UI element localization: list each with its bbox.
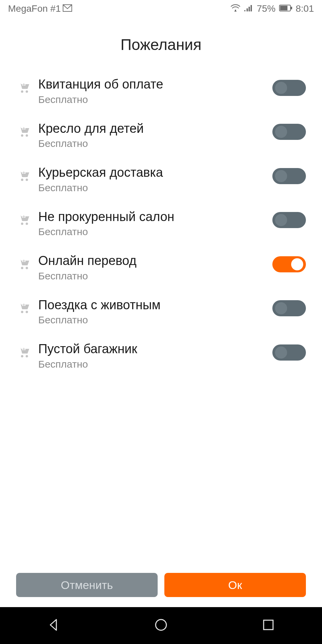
status-left: MegaFon #1 xyxy=(8,3,72,14)
list-item-subtitle: Бесплатно xyxy=(38,182,272,194)
page-title: Пожелания xyxy=(0,17,322,70)
svg-point-10 xyxy=(21,90,23,93)
nav-recent-icon[interactable] xyxy=(261,618,276,634)
list-item-title: Онлайн перевод xyxy=(38,253,272,269)
preferences-list: Квитанция об оплатеБесплатноКресло для д… xyxy=(0,70,322,573)
svg-rect-31 xyxy=(264,620,273,630)
list-item-subtitle: Бесплатно xyxy=(38,94,272,105)
list-item-subtitle: Бесплатно xyxy=(38,270,272,282)
toggle-switch[interactable] xyxy=(272,300,306,316)
cart-plus-icon xyxy=(17,257,31,271)
nav-home-icon[interactable] xyxy=(154,618,168,634)
svg-point-2 xyxy=(244,10,246,11)
list-item: Пустой багажникБесплатно xyxy=(17,335,306,379)
list-item-text: Поездка с животнымБесплатно xyxy=(38,297,272,326)
list-item-subtitle: Бесплатно xyxy=(38,314,272,326)
svg-point-13 xyxy=(21,135,23,137)
list-item-subtitle: Бесплатно xyxy=(38,359,272,370)
svg-rect-5 xyxy=(251,5,252,11)
list-item-subtitle: Бесплатно xyxy=(38,226,272,237)
svg-point-19 xyxy=(21,223,23,225)
cart-plus-icon xyxy=(17,345,31,359)
wifi-icon xyxy=(230,3,240,14)
list-item-text: Пустой багажникБесплатно xyxy=(38,341,272,370)
svg-point-25 xyxy=(21,311,23,313)
battery-percent: 75% xyxy=(257,3,275,14)
cart-plus-icon xyxy=(17,213,31,226)
cart-plus-icon xyxy=(17,301,31,315)
clock-label: 8:01 xyxy=(296,3,314,14)
svg-point-1 xyxy=(235,10,236,11)
list-item-title: Пустой багажник xyxy=(38,341,272,357)
list-item-subtitle: Бесплатно xyxy=(38,138,272,149)
list-item: Курьерская доставкаБесплатно xyxy=(17,159,306,203)
android-nav-bar xyxy=(0,607,322,644)
list-item-text: Не прокуренный салонБесплатно xyxy=(38,209,272,238)
toggle-switch[interactable] xyxy=(272,344,306,361)
list-item: Поездка с животнымБесплатно xyxy=(17,291,306,335)
battery-icon xyxy=(279,3,292,14)
cart-plus-icon xyxy=(17,169,31,182)
list-item: Не прокуренный салонБесплатно xyxy=(17,203,306,247)
toggle-switch[interactable] xyxy=(272,212,306,228)
status-bar: MegaFon #1 75% xyxy=(0,0,322,17)
status-right: 75% 8:01 xyxy=(230,3,314,14)
list-item-title: Курьерская доставка xyxy=(38,165,272,181)
svg-point-11 xyxy=(26,90,28,93)
list-item-title: Кресло для детей xyxy=(38,121,272,137)
list-item: Квитанция об оплатеБесплатно xyxy=(17,70,306,115)
signal-icon xyxy=(244,3,253,14)
svg-point-16 xyxy=(21,178,23,181)
toggle-switch[interactable] xyxy=(272,256,306,272)
ok-button[interactable]: Ок xyxy=(164,573,306,597)
cancel-button[interactable]: Отменить xyxy=(16,573,158,597)
list-item-text: Курьерская доставкаБесплатно xyxy=(38,165,272,194)
svg-point-17 xyxy=(26,178,28,181)
gmail-icon xyxy=(63,3,72,14)
svg-rect-7 xyxy=(280,6,287,10)
list-item-title: Квитанция об оплате xyxy=(38,76,272,93)
nav-back-icon[interactable] xyxy=(46,618,61,634)
list-item-title: Поездка с животным xyxy=(38,297,272,313)
footer: Отменить Ок xyxy=(0,573,322,607)
svg-point-22 xyxy=(21,267,23,269)
carrier-label: MegaFon #1 xyxy=(8,3,61,14)
svg-rect-8 xyxy=(291,7,292,9)
cart-plus-icon xyxy=(17,81,31,94)
svg-point-20 xyxy=(26,223,28,225)
svg-point-29 xyxy=(26,355,28,357)
list-item-text: Онлайн переводБесплатно xyxy=(38,253,272,282)
svg-point-28 xyxy=(21,355,23,357)
svg-point-30 xyxy=(156,620,166,630)
cart-plus-icon xyxy=(17,125,31,138)
svg-rect-3 xyxy=(247,8,248,11)
svg-rect-4 xyxy=(249,7,250,11)
toggle-switch[interactable] xyxy=(272,168,306,184)
list-item-title: Не прокуренный салон xyxy=(38,209,272,225)
svg-point-23 xyxy=(26,267,28,269)
list-item: Кресло для детейБесплатно xyxy=(17,115,306,159)
list-item-text: Кресло для детейБесплатно xyxy=(38,121,272,150)
list-item: Онлайн переводБесплатно xyxy=(17,247,306,291)
toggle-switch[interactable] xyxy=(272,80,306,96)
svg-point-26 xyxy=(26,311,28,313)
list-item-text: Квитанция об оплатеБесплатно xyxy=(38,76,272,105)
svg-point-14 xyxy=(26,135,28,137)
toggle-switch[interactable] xyxy=(272,124,306,140)
